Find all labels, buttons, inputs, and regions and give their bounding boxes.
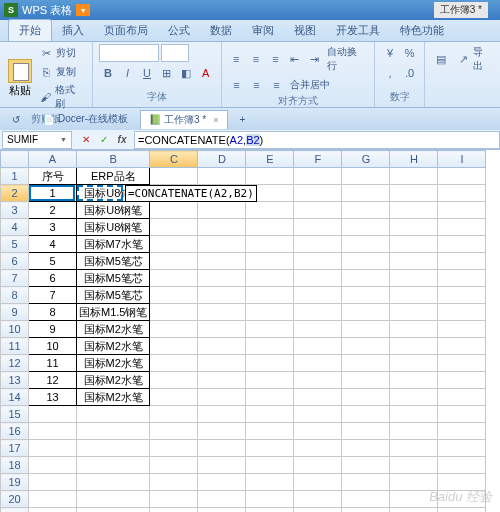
- cell-I12[interactable]: [438, 355, 486, 372]
- row-header-5[interactable]: 5: [1, 236, 29, 253]
- cell-B5[interactable]: 国标M7水笔: [77, 236, 150, 253]
- row-header-8[interactable]: 8: [1, 287, 29, 304]
- cell-C12[interactable]: [150, 355, 198, 372]
- cell-A11[interactable]: 10: [29, 338, 77, 355]
- export-button[interactable]: ↗导出: [453, 44, 494, 74]
- copy-button[interactable]: ⎘复制: [36, 63, 86, 81]
- cell-A2[interactable]: 1: [29, 185, 77, 202]
- col-header-F[interactable]: F: [294, 151, 342, 168]
- cell-F17[interactable]: [294, 440, 342, 457]
- cell-H14[interactable]: [390, 389, 438, 406]
- row-header-2[interactable]: 2: [1, 185, 29, 202]
- cell-H6[interactable]: [390, 253, 438, 270]
- cell-D4[interactable]: [198, 219, 246, 236]
- align-middle-icon[interactable]: ≡: [247, 50, 265, 68]
- cell-A20[interactable]: [29, 491, 77, 508]
- cell-G12[interactable]: [342, 355, 390, 372]
- rows-button[interactable]: ▤: [431, 50, 451, 68]
- cell-G21[interactable]: [342, 508, 390, 513]
- cell-F2[interactable]: [294, 185, 342, 202]
- cell-F13[interactable]: [294, 372, 342, 389]
- row-header-9[interactable]: 9: [1, 304, 29, 321]
- currency-icon[interactable]: ¥: [381, 44, 399, 62]
- font-size-select[interactable]: [161, 44, 189, 62]
- row-header-19[interactable]: 19: [1, 474, 29, 491]
- ribbon-tab-8[interactable]: 特色功能: [390, 20, 454, 41]
- cell-C4[interactable]: [150, 219, 198, 236]
- cell-F3[interactable]: [294, 202, 342, 219]
- cell-H1[interactable]: [390, 168, 438, 185]
- cell-B20[interactable]: [77, 491, 150, 508]
- doc-tab-0[interactable]: ↺: [4, 112, 31, 127]
- cell-H12[interactable]: [390, 355, 438, 372]
- cell-I3[interactable]: [438, 202, 486, 219]
- cell-B21[interactable]: [77, 508, 150, 513]
- cell-C10[interactable]: [150, 321, 198, 338]
- row-header-7[interactable]: 7: [1, 270, 29, 287]
- cell-E18[interactable]: [246, 457, 294, 474]
- cell-G8[interactable]: [342, 287, 390, 304]
- cell-E17[interactable]: [246, 440, 294, 457]
- col-header-E[interactable]: E: [246, 151, 294, 168]
- cell-G7[interactable]: [342, 270, 390, 287]
- col-header-G[interactable]: G: [342, 151, 390, 168]
- cell-C15[interactable]: [150, 406, 198, 423]
- row-header-14[interactable]: 14: [1, 389, 29, 406]
- cell-A7[interactable]: 6: [29, 270, 77, 287]
- border-button[interactable]: ⊞: [158, 64, 176, 82]
- cell-D16[interactable]: [198, 423, 246, 440]
- cell-G15[interactable]: [342, 406, 390, 423]
- row-header-16[interactable]: 16: [1, 423, 29, 440]
- row-header-15[interactable]: 15: [1, 406, 29, 423]
- cell-E8[interactable]: [246, 287, 294, 304]
- col-header-B[interactable]: B: [77, 151, 150, 168]
- cell-A13[interactable]: 12: [29, 372, 77, 389]
- align-center-icon[interactable]: ≡: [248, 76, 266, 94]
- cell-G19[interactable]: [342, 474, 390, 491]
- cell-A18[interactable]: [29, 457, 77, 474]
- cell-I19[interactable]: [438, 474, 486, 491]
- cell-C16[interactable]: [150, 423, 198, 440]
- cell-E3[interactable]: [246, 202, 294, 219]
- indent-decrease-icon[interactable]: ⇤: [286, 50, 304, 68]
- cell-I18[interactable]: [438, 457, 486, 474]
- cell-A8[interactable]: 7: [29, 287, 77, 304]
- cell-F21[interactable]: [294, 508, 342, 513]
- cell-E21[interactable]: [246, 508, 294, 513]
- cell-F5[interactable]: [294, 236, 342, 253]
- row-header-17[interactable]: 17: [1, 440, 29, 457]
- cell-F1[interactable]: [294, 168, 342, 185]
- cell-B6[interactable]: 国标M5笔芯: [77, 253, 150, 270]
- cell-H10[interactable]: [390, 321, 438, 338]
- cell-D1[interactable]: [198, 168, 246, 185]
- cell-E1[interactable]: [246, 168, 294, 185]
- cell-E12[interactable]: [246, 355, 294, 372]
- cell-F16[interactable]: [294, 423, 342, 440]
- cell-A14[interactable]: 13: [29, 389, 77, 406]
- cell-B10[interactable]: 国标M2水笔: [77, 321, 150, 338]
- cell-G11[interactable]: [342, 338, 390, 355]
- cell-E16[interactable]: [246, 423, 294, 440]
- cell-D14[interactable]: [198, 389, 246, 406]
- cell-B11[interactable]: 国标M2水笔: [77, 338, 150, 355]
- ribbon-tab-1[interactable]: 插入: [52, 20, 94, 41]
- cell-edit-overlay[interactable]: =CONCATENATE(A2,B2): [125, 185, 257, 202]
- ribbon-tab-3[interactable]: 公式: [158, 20, 200, 41]
- row-header-11[interactable]: 11: [1, 338, 29, 355]
- cell-G14[interactable]: [342, 389, 390, 406]
- row-header-3[interactable]: 3: [1, 202, 29, 219]
- row-header-18[interactable]: 18: [1, 457, 29, 474]
- indent-increase-icon[interactable]: ⇥: [306, 50, 324, 68]
- cell-C6[interactable]: [150, 253, 198, 270]
- cell-A1[interactable]: 序号: [29, 168, 77, 185]
- cell-A16[interactable]: [29, 423, 77, 440]
- cell-G6[interactable]: [342, 253, 390, 270]
- underline-button[interactable]: U: [138, 64, 156, 82]
- format-painter-button[interactable]: 🖌格式刷: [36, 82, 86, 112]
- ribbon-tab-0[interactable]: 开始: [8, 19, 52, 41]
- row-header-20[interactable]: 20: [1, 491, 29, 508]
- cell-B7[interactable]: 国标M5笔芯: [77, 270, 150, 287]
- comma-icon[interactable]: ,: [381, 64, 399, 82]
- cell-F11[interactable]: [294, 338, 342, 355]
- cell-I14[interactable]: [438, 389, 486, 406]
